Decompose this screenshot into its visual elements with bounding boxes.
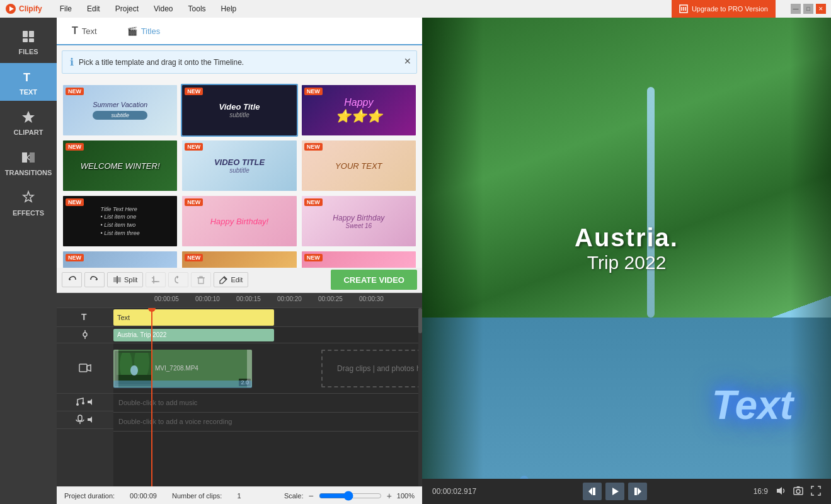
trash-icon xyxy=(197,275,205,284)
create-video-button[interactable]: CREATE VIDEO xyxy=(331,270,417,290)
svg-point-26 xyxy=(76,403,79,406)
tab-titles[interactable]: 🎬 Titles xyxy=(112,18,176,45)
text-subtrack-label xyxy=(57,327,113,343)
music-track-row[interactable]: Double-click to add music xyxy=(113,394,422,413)
delete-button[interactable] xyxy=(191,272,211,287)
template-4[interactable]: WELCOME WINTER! NEW xyxy=(62,139,178,192)
template-2[interactable]: Video Title subtitle NEW xyxy=(181,84,297,137)
tab-text[interactable]: T Text xyxy=(57,18,112,44)
link-icon xyxy=(80,329,90,340)
svg-rect-18 xyxy=(200,277,202,278)
quality-info: 16:9 xyxy=(754,486,821,498)
template-6[interactable]: YOUR TEXT NEW xyxy=(301,139,417,192)
split-button[interactable]: Split xyxy=(107,272,143,287)
rewind-button[interactable] xyxy=(583,483,602,500)
svg-rect-3 xyxy=(23,31,28,37)
volume-button[interactable] xyxy=(776,486,786,498)
sidebar-item-files[interactable]: FILES xyxy=(0,23,57,60)
template-1[interactable]: Summer Vacation subtitle NEW xyxy=(62,84,178,137)
edit-button[interactable]: Edit xyxy=(214,272,248,287)
sidebar-label-clipart: CLIPART xyxy=(14,129,43,136)
new-badge-8: NEW xyxy=(185,198,203,206)
play-button[interactable] xyxy=(605,483,624,500)
new-badge-9: NEW xyxy=(304,198,323,206)
svg-rect-29 xyxy=(78,415,82,421)
subtext-clip[interactable]: Austria. Trip 2022 xyxy=(113,329,274,341)
template-12[interactable]: NEW xyxy=(301,250,417,268)
panel-tabs: T Text 🎬 Titles xyxy=(57,18,422,45)
music-track-label xyxy=(57,394,113,411)
voice-track-row[interactable]: Double-click to add a voice recording xyxy=(113,413,422,432)
scale-slider[interactable] xyxy=(319,491,382,501)
sidebar-item-text[interactable]: T TEXT xyxy=(0,63,57,101)
project-duration: 00:00:09 xyxy=(130,492,157,500)
edit-icon xyxy=(219,275,228,284)
tab-text-label: Text xyxy=(82,26,97,36)
menu-video[interactable]: Video xyxy=(151,3,175,14)
ruler-mark-1: 00:00:05 xyxy=(154,295,179,302)
menu-project[interactable]: Project xyxy=(113,3,141,14)
template-9[interactable]: Happy Birthday Sweet 16 NEW xyxy=(301,195,417,248)
playhead[interactable] xyxy=(151,308,152,487)
svg-point-44 xyxy=(796,490,800,493)
rotate-button[interactable] xyxy=(168,272,188,287)
text-clip[interactable]: Text xyxy=(113,309,274,326)
svg-rect-24 xyxy=(79,364,87,372)
effects-icon xyxy=(20,189,37,207)
audio-waveform xyxy=(113,381,252,388)
redo-icon xyxy=(90,275,99,284)
menu-tools[interactable]: Tools xyxy=(186,3,209,14)
close-info-button[interactable]: ✕ xyxy=(404,56,411,66)
crop-button[interactable] xyxy=(146,272,166,287)
template-11[interactable]: NEW xyxy=(181,250,297,268)
close-button[interactable]: ✕ xyxy=(816,4,826,14)
maximize-button[interactable]: □ xyxy=(803,4,813,14)
sidebar-item-transitions[interactable]: TRANSITIONS xyxy=(0,144,57,181)
volume-icon xyxy=(86,398,95,406)
upgrade-button[interactable]: Upgrade to PRO Version xyxy=(672,0,776,18)
forward-icon xyxy=(633,487,642,496)
music-icon xyxy=(75,397,85,407)
video-track-row: MVI_7208.MP4 2.0 Drag clips | and photos… xyxy=(113,343,422,394)
new-badge-2: NEW xyxy=(185,88,203,95)
redo-button[interactable] xyxy=(84,272,105,287)
preview-title-text: Austria. xyxy=(575,224,679,251)
template-5[interactable]: VIDEO TITLE subtitle NEW xyxy=(181,139,297,192)
play-icon xyxy=(610,487,619,496)
svg-marker-8 xyxy=(22,111,35,123)
track-labels: T xyxy=(57,308,113,487)
template-8[interactable]: Happy Birthday! NEW xyxy=(181,195,297,248)
svg-rect-5 xyxy=(23,38,28,42)
undo-button[interactable] xyxy=(62,272,82,287)
screenshot-button[interactable] xyxy=(793,486,803,498)
templates-grid: Summer Vacation subtitle NEW Video Title… xyxy=(57,79,422,268)
sidebar-item-clipart[interactable]: CLIPART xyxy=(0,103,57,141)
sidebar-item-effects[interactable]: EFFECTS xyxy=(0,184,57,222)
app-logo: Clipify xyxy=(5,3,42,14)
mic-icon xyxy=(75,415,85,425)
minimize-button[interactable]: — xyxy=(791,4,801,14)
ruler-mark-3: 00:00:15 xyxy=(236,295,261,302)
cart-icon xyxy=(679,4,688,13)
forward-button[interactable] xyxy=(628,483,647,500)
menu-help[interactable]: Help xyxy=(219,3,239,14)
svg-marker-37 xyxy=(588,488,592,495)
thumb-image xyxy=(117,353,151,384)
menu-file[interactable]: File xyxy=(57,3,74,14)
rewind-icon xyxy=(588,487,597,496)
preview-subtitle-value: Trip 2022 xyxy=(587,252,667,273)
template-10[interactable]: NEW xyxy=(62,250,178,268)
info-bar: ℹ Pick a title template and drag it onto… xyxy=(62,50,417,74)
app-name: Clipify xyxy=(19,4,42,13)
svg-rect-10 xyxy=(30,152,35,163)
menu-edit[interactable]: Edit xyxy=(84,3,103,14)
sidebar-label-files: FILES xyxy=(18,48,38,55)
fullscreen-button[interactable] xyxy=(811,486,821,498)
template-7[interactable]: Title Text Here • List item one • List i… xyxy=(62,195,178,248)
new-badge-1: NEW xyxy=(66,88,84,95)
template-3[interactable]: Happy ⭐⭐⭐ NEW xyxy=(301,84,417,137)
fullscreen-icon xyxy=(811,486,821,496)
drop-zone[interactable]: Drag clips | and photos here xyxy=(321,350,422,387)
zoom-out-button[interactable]: − xyxy=(308,491,313,501)
zoom-in-button[interactable]: + xyxy=(387,491,392,501)
